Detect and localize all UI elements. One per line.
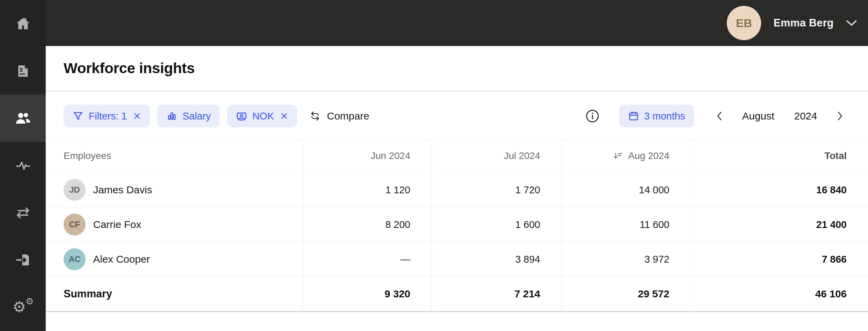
avatar: AC — [64, 248, 86, 270]
current-month: August — [742, 110, 774, 122]
column-header-total[interactable]: Total — [691, 139, 868, 172]
value-total: 21 400 — [691, 207, 868, 242]
chevron-left-icon — [716, 111, 722, 121]
salary-chip[interactable]: Salary — [157, 105, 220, 127]
workforce-insights-app: ⚙⚙ EB Emma Berg Workforce insights Filte… — [0, 0, 868, 331]
value-aug: 11 600 — [561, 207, 691, 242]
month-navigation: August 2024 — [716, 110, 843, 122]
compare-label: Compare — [327, 110, 369, 122]
summary-row: Summary 9 320 7 214 29 572 46 106 — [46, 277, 868, 312]
value-jun: 1 120 — [303, 173, 432, 207]
next-month-button[interactable] — [837, 111, 843, 121]
sidebar-item-export[interactable] — [0, 237, 46, 284]
column-header-jul[interactable]: Jul 2024 — [432, 139, 561, 172]
employee-name: James Davis — [93, 184, 152, 196]
employees-table: Employees Jun 2024 Jul 2024 Aug 2024 Tot… — [46, 139, 868, 312]
user-name: Emma Berg — [774, 17, 834, 29]
sort-descending-icon — [613, 151, 623, 160]
filters-chip[interactable]: Filters: 1 — [64, 105, 150, 127]
page-title: Workforce insights — [64, 60, 194, 77]
salary-chip-label: Salary — [182, 111, 211, 122]
period-chip[interactable]: 3 months — [619, 105, 694, 127]
compare-button[interactable]: Compare — [309, 110, 369, 122]
filter-funnel-icon — [73, 111, 84, 122]
bar-chart-icon — [166, 111, 177, 122]
table-header-row: Employees Jun 2024 Jul 2024 Aug 2024 Tot… — [46, 139, 868, 173]
avatar: JD — [64, 179, 86, 201]
sidebar-item-activity[interactable] — [0, 142, 46, 189]
summary-aug: 29 572 — [561, 277, 691, 311]
title-band: Workforce insights — [46, 46, 868, 92]
sidebar-item-reports[interactable] — [0, 47, 46, 95]
toolbar: Filters: 1 Salary NOK — [46, 93, 868, 139]
summary-jun: 9 320 — [303, 277, 432, 311]
sidebar: ⚙⚙ — [0, 0, 46, 331]
summary-total: 46 106 — [691, 277, 868, 311]
filters-remove-icon[interactable] — [133, 112, 141, 120]
filters-chip-label: Filters: 1 — [89, 111, 127, 122]
table-row[interactable]: AC Alex Cooper — 3 894 3 972 7 866 — [46, 242, 868, 277]
sidebar-item-settings[interactable]: ⚙⚙ — [0, 284, 46, 331]
summary-jul: 7 214 — [432, 277, 561, 311]
currency-remove-icon[interactable] — [280, 112, 288, 120]
currency-chip-label: NOK — [252, 111, 274, 122]
column-header-employees[interactable]: Employees — [46, 139, 303, 172]
current-year: 2024 — [794, 110, 817, 122]
compare-icon — [309, 110, 321, 122]
currency-chip[interactable]: NOK — [227, 105, 297, 127]
column-header-aug[interactable]: Aug 2024 — [561, 139, 691, 172]
column-header-aug-label: Aug 2024 — [628, 150, 669, 161]
employee-name: Alex Cooper — [93, 253, 150, 265]
people-icon — [15, 110, 31, 126]
topbar: EB Emma Berg — [46, 0, 868, 46]
info-icon — [586, 109, 599, 123]
column-header-jun[interactable]: Jun 2024 — [303, 139, 432, 172]
value-total: 16 840 — [691, 173, 868, 207]
info-button[interactable] — [586, 109, 599, 123]
avatar: CF — [64, 214, 86, 236]
avatar[interactable]: EB — [727, 6, 761, 40]
value-jun: — — [303, 242, 432, 276]
chevron-right-icon — [837, 111, 843, 121]
value-total: 7 866 — [691, 242, 868, 276]
employee-name: Carrie Fox — [93, 219, 141, 230]
activity-icon — [15, 158, 31, 173]
period-chip-label: 3 months — [644, 111, 685, 122]
export-icon — [15, 252, 31, 268]
previous-month-button[interactable] — [716, 111, 722, 121]
calendar-icon — [628, 111, 639, 122]
sidebar-item-transfers[interactable] — [0, 189, 46, 237]
table-row[interactable]: CF Carrie Fox 8 200 1 600 11 600 21 400 — [46, 207, 868, 242]
banknote-icon — [236, 111, 247, 122]
sidebar-item-home[interactable] — [0, 0, 46, 47]
value-aug: 14 000 — [561, 173, 691, 207]
value-jul: 1 720 — [432, 173, 561, 207]
sidebar-item-employees[interactable] — [0, 94, 46, 142]
settings-gears-icon: ⚙⚙ — [13, 299, 33, 316]
summary-label: Summary — [46, 277, 303, 311]
table-row[interactable]: JD James Davis 1 120 1 720 14 000 16 840 — [46, 173, 868, 207]
swap-arrows-icon — [15, 205, 31, 221]
chevron-down-icon[interactable] — [846, 20, 857, 26]
value-aug: 3 972 — [561, 242, 691, 276]
home-icon — [15, 16, 31, 31]
value-jul: 1 600 — [432, 207, 561, 242]
value-jul: 3 894 — [432, 242, 561, 276]
value-jun: 8 200 — [303, 207, 432, 242]
report-icon — [15, 64, 31, 79]
